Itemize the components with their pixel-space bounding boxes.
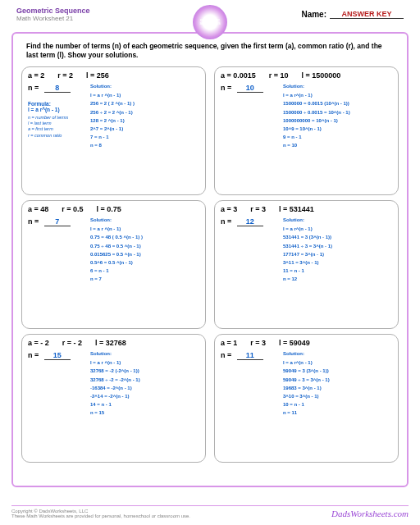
- problem-box: a = 3r = 3l = 531441n = 12Solution:l = a…: [214, 200, 399, 329]
- given-values: a = 48r = 0.5l = 0.75: [28, 205, 199, 213]
- solution: Solution:l = a r^(n - 1)531441 = 3 (3^(n…: [283, 216, 392, 284]
- given-r: r = 10: [269, 71, 289, 80]
- worksheet-page: Geometric Sequence Math Worksheet 21 Nam…: [0, 0, 420, 525]
- solution-step: 11 = n - 1: [283, 267, 392, 275]
- instructions: Find the number of terms (n) of each geo…: [18, 40, 402, 66]
- problem-box: a = 48r = 0.5l = 0.75n = 7Solution:l = a…: [21, 200, 206, 329]
- given-values: a = - 2r = - 2l = 32768: [28, 339, 199, 347]
- solution-step: 19683 = 3^(n - 1): [283, 384, 392, 392]
- solution-step: n = 8: [90, 141, 199, 149]
- solution-step: 1000000000 = 10^(n - 1): [283, 116, 392, 125]
- given-values: a = 0.0015r = 10l = 1500000: [221, 71, 392, 80]
- solution-step: 7 = n - 1: [90, 133, 199, 141]
- solution-header: Solution:: [283, 216, 392, 224]
- footer-left: Copyright © DadsWorksheets, LLC These Ma…: [11, 509, 190, 518]
- solution-step: 3^11 = 3^(n - 1): [283, 258, 392, 267]
- solution-step: 1500000 = 0.0015 (10^(n - 1)): [283, 99, 392, 107]
- answer: n = 12: [221, 217, 278, 226]
- given-a: a = 0.0015: [221, 71, 256, 80]
- brand: DadsWorksheets.com: [331, 509, 409, 518]
- logo-icon: GEOMETRIC SEQUENCES: [193, 5, 227, 39]
- solution-step: 10^9 = 10^(n - 1): [283, 125, 392, 133]
- formula: Formula:l = a r^(n - 1): [28, 101, 85, 112]
- solution-step: n = 10: [283, 141, 392, 149]
- answer: n = 15: [28, 351, 85, 360]
- footer-note: These Math Worksheets are provided for p…: [11, 514, 190, 518]
- solution-step: 0.015625 = 0.5 ^(n - 1): [90, 250, 199, 258]
- given-a: a = 48: [28, 205, 48, 213]
- given-values: a = 3r = 3l = 531441: [221, 205, 392, 213]
- solution: Solution:l = a r^(n - 1)59049 = 3 (3^(n …: [283, 349, 392, 418]
- answer: n = 11: [221, 351, 278, 360]
- solution-step: 1500000 ÷ 0.0015 = 10^(n - 1): [283, 108, 392, 116]
- solution-step: 59049 ÷ 3 = 3^(n - 1): [283, 376, 392, 384]
- answer: n = 7: [28, 217, 85, 226]
- solution-step: n = 7: [90, 275, 199, 283]
- given-r: r = - 2: [62, 339, 82, 347]
- legend: n = number of terms l = last term a = fi…: [28, 115, 85, 139]
- solution-header: Solution:: [283, 349, 392, 358]
- solution-step: 177147 = 3^(n - 1): [283, 250, 392, 258]
- given-a: a = 1: [221, 339, 237, 347]
- solution-header: Solution:: [90, 349, 199, 358]
- problem-box: a = 1r = 3l = 59049n = 11Solution:l = a …: [214, 334, 399, 463]
- given-values: a = 2r = 2l = 256: [28, 71, 199, 80]
- solution-step: l = a r^(n - 1): [283, 225, 392, 233]
- solution-step: n = 15: [90, 409, 199, 417]
- footer: Copyright © DadsWorksheets, LLC These Ma…: [11, 505, 409, 518]
- answer: n = 8: [28, 84, 85, 93]
- solution-step: 531441 ÷ 3 = 3^(n - 1): [283, 242, 392, 250]
- solution-step: n = 11: [283, 409, 392, 417]
- given-r: r = 3: [250, 339, 266, 347]
- solution-step: l = a r ^(n - 1): [90, 225, 199, 233]
- solution-step: 0.75 = 48 ( 0.5 ^(n - 1) ): [90, 233, 199, 241]
- solution-header: Solution:: [90, 82, 199, 90]
- given-r: r = 2: [57, 71, 73, 80]
- problem-grid: a = 2r = 2l = 256n = 8Formula:l = a r^(n…: [18, 66, 402, 463]
- solution-step: 9 = n - 1: [283, 133, 392, 141]
- solution-step: 2^7 = 2^(n - 1): [90, 125, 199, 133]
- problem-box: a = - 2r = - 2l = 32768n = 15Solution:l …: [21, 334, 206, 463]
- solution-step: 10 = n - 1: [283, 400, 392, 409]
- header-right: Name: ANSWER KEY: [301, 7, 404, 22]
- solution-step: -16384 = -2^(n - 1): [90, 384, 199, 392]
- solution-step: l = a r^(n - 1): [283, 91, 392, 99]
- given-l: l = 531441: [279, 205, 314, 213]
- given-l: l = 1500000: [302, 71, 341, 80]
- solution-step: 6 = n - 1: [90, 267, 199, 275]
- solution-step: n = 12: [283, 275, 392, 283]
- given-a: a = 3: [221, 205, 237, 213]
- solution-step: l = a r ^(n - 1): [90, 91, 199, 99]
- given-r: r = 0.5: [62, 205, 83, 213]
- name-label: Name:: [301, 10, 326, 19]
- given-l: l = 256: [86, 71, 109, 80]
- solution-step: 0.75 ÷ 48 = 0.5 ^(n - 1): [90, 242, 199, 250]
- given-values: a = 1r = 3l = 59049: [221, 339, 392, 347]
- solution-step: 32768 ÷ -2 = -2^(n - 1): [90, 376, 199, 384]
- given-a: a = - 2: [28, 339, 49, 347]
- solution-step: l = a r ^(n - 1): [90, 358, 199, 367]
- solution-step: 256 ÷ 2 = 2 ^(n - 1): [90, 108, 199, 116]
- solution-step: 3^10 = 3^(n - 1): [283, 392, 392, 400]
- problem-box: a = 0.0015r = 10l = 1500000n = 10Solutio…: [214, 66, 399, 195]
- solution-step: 14 = n - 1: [90, 400, 199, 409]
- solution-step: 0.5^6 = 0.5 ^(n - 1): [90, 258, 199, 267]
- solution: Solution:l = a r ^(n - 1)32768 = -2 (-2^…: [90, 349, 199, 418]
- given-a: a = 2: [28, 71, 44, 80]
- given-l: l = 59049: [279, 339, 310, 347]
- solution-header: Solution:: [283, 82, 392, 90]
- solution-step: 32768 = -2 (-2^(n - 1)): [90, 367, 199, 375]
- solution-step: l = a r^(n - 1): [283, 358, 392, 367]
- solution: Solution:l = a r ^(n - 1)256 = 2 ( 2 ^(n…: [90, 82, 199, 150]
- solution-step: 59049 = 3 (3^(n - 1)): [283, 367, 392, 375]
- title: Geometric Sequence: [16, 7, 90, 15]
- solution-step: 128 = 2 ^(n - 1): [90, 116, 199, 125]
- solution-step: 256 = 2 ( 2 ^(n - 1) ): [90, 99, 199, 107]
- given-l: l = 0.75: [97, 205, 121, 213]
- problem-box: a = 2r = 2l = 256n = 8Formula:l = a r^(n…: [21, 66, 206, 195]
- solution-step: 531441 = 3 (3^(n - 1)): [283, 233, 392, 241]
- answer: n = 10: [221, 84, 278, 93]
- solution-header: Solution:: [90, 216, 199, 224]
- solution: Solution:l = a r ^(n - 1)0.75 = 48 ( 0.5…: [90, 216, 199, 284]
- solution-step: -2^14 = -2^(n - 1): [90, 392, 199, 400]
